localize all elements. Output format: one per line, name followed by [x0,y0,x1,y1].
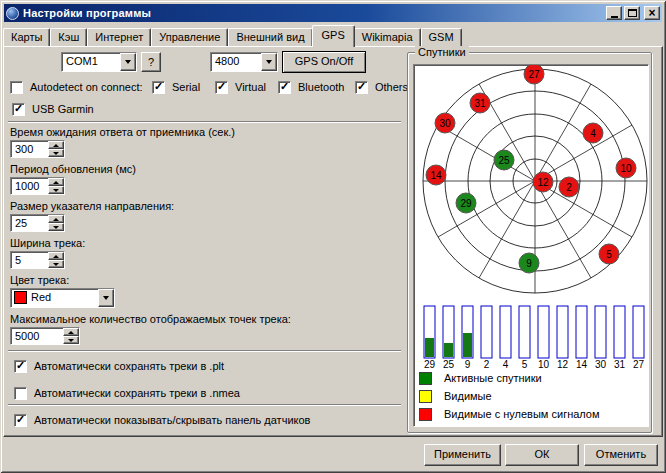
maximize-button[interactable] [624,6,640,20]
spin-up-button[interactable] [63,328,79,336]
signal-bar-27 [633,306,644,358]
pointer-size-label: Размер указателя направления: [10,200,402,213]
signal-bar-label: 27 [633,359,645,370]
satellite-id-label: 10 [620,163,632,174]
checkbox-box[interactable]: ✓ [14,414,27,427]
spin-up-button[interactable] [48,178,64,186]
checkbox-box[interactable]: ✓ [215,81,228,94]
chevron-down-icon[interactable] [261,53,277,71]
others-checkbox[interactable]: ✓ Others [355,80,408,94]
arrow-down-icon [53,263,59,266]
speed-value: 4800 [211,53,261,71]
ok-button[interactable]: ОК [505,444,579,466]
checkbox-box[interactable]: ✓ [278,81,291,94]
bluetooth-checkbox[interactable]: ✓ Bluetooth [278,80,344,94]
checkbox-label: Autodetect on connect: [30,81,143,93]
spin-down-button[interactable] [48,149,64,157]
track-color-value: Red [27,289,98,307]
checkbox-box[interactable]: ✓ [12,103,25,116]
checkbox-box[interactable] [10,81,23,94]
checkbox-label: USB Garmin [32,103,94,115]
spin-up-button[interactable] [48,252,64,260]
tab-wikimapia[interactable]: Wikimapia [354,28,421,46]
legend-swatch [419,408,432,421]
minimize-button[interactable] [606,6,622,20]
response-timeout-spinner[interactable]: 300 [10,140,65,158]
legend-row: Видимые [414,390,648,403]
signal-bar-label: 4 [503,359,509,370]
chevron-down-icon[interactable] [120,53,136,71]
serial-checkbox[interactable]: ✓ Serial [152,80,200,94]
settings-dialog: Настройки программы × КартыКэшИнтернетУп… [0,0,666,473]
com-port-select[interactable]: COM1 [61,52,137,72]
separator [8,350,401,352]
autodetect-checkbox[interactable]: Autodetect on connect: [10,80,143,94]
sensor-panel-checkbox[interactable]: ✓ Автоматически показывать/скрывать пане… [14,413,310,427]
save-nmea-checkbox[interactable]: Автоматически сохранять треки в .nmea [14,386,240,400]
checkbox-box[interactable]: ✓ [355,81,368,94]
spin-up-button[interactable] [48,215,64,223]
cancel-button[interactable]: Отменить [584,444,658,466]
spin-up-button[interactable] [48,141,64,149]
tab-интернет[interactable]: Интернет [87,28,151,46]
signal-bar-2 [481,306,492,358]
signal-bar-label: 25 [443,359,455,370]
title-bar[interactable]: Настройки программы × [4,4,662,22]
pointer-size-spinner[interactable]: 25 [10,214,65,232]
gps-fields: Время ожидания ответа от приемника (сек.… [10,126,402,350]
signal-bar-31 [614,306,625,358]
spin-down-button[interactable] [48,223,64,231]
satellite-id-label: 9 [526,258,532,269]
satellite-id-label: 2 [566,182,572,193]
legend-swatch [419,372,432,385]
checkbox-label: Bluetooth [298,81,344,93]
legend-label: Видимые [444,390,492,403]
signal-bar-label: 9 [465,359,471,370]
response-timeout-label: Время ожидания ответа от приемника (сек.… [10,126,402,139]
separator [8,404,401,406]
tab-карты[interactable]: Карты [3,28,50,46]
checkbox-box[interactable] [14,387,27,400]
save-plt-checkbox[interactable]: ✓ Автоматически сохранять треки в .plt [14,359,224,373]
satellites-group: Спутники 2731304251014122295929259245101… [407,52,652,433]
legend-swatch [419,390,432,403]
speed-select[interactable]: 4800 [210,52,278,72]
spin-down-button[interactable] [48,260,64,268]
spin-down-button[interactable] [63,336,79,344]
signal-bar-12 [557,306,568,358]
track-color-select[interactable]: Red [10,288,115,308]
apply-button[interactable]: Применить [424,444,501,466]
arrow-down-icon [53,152,59,155]
max-track-points-spinner[interactable]: 5000 [10,327,80,345]
track-width-spinner[interactable]: 5 [10,251,65,269]
close-button[interactable]: × [644,6,660,20]
chevron-down-icon[interactable] [98,289,114,307]
satellite-id-label: 14 [430,170,442,181]
tab-gsm[interactable]: GSM [421,28,462,46]
update-period-value: 1000 [11,178,48,194]
virtual-checkbox[interactable]: ✓ Virtual [215,80,266,94]
tab-внешний-вид[interactable]: Внешний вид [228,28,312,46]
arrow-down-icon [68,339,74,342]
signal-bar-4 [500,306,511,358]
arrow-up-icon [53,181,59,184]
help-button[interactable]: ? [141,52,161,72]
tab-кэш[interactable]: Кэш [50,28,87,46]
legend-label: Видимые с нулевым сигналом [444,408,600,421]
satellites-legend: Активные спутникиВидимыеВидимые с нулевы… [414,372,648,421]
satellite-id-label: 29 [460,198,472,209]
signal-bar-label: 14 [576,359,588,370]
satellite-id-label: 27 [528,69,540,80]
app-icon [6,7,19,20]
update-period-spinner[interactable]: 1000 [10,177,65,195]
tab-gps[interactable]: GPS [312,25,355,47]
checkbox-box[interactable]: ✓ [14,360,27,373]
signal-bar-14 [576,306,587,358]
usb-garmin-checkbox[interactable]: ✓ USB Garmin [12,102,94,116]
checkbox-box[interactable]: ✓ [152,81,165,94]
checkbox-label: Serial [172,81,200,93]
signal-bar-label: 29 [424,359,436,370]
tab-управление[interactable]: Управление [151,28,228,46]
spin-down-button[interactable] [48,186,64,194]
gps-on-off-button[interactable]: GPS On/Off [282,51,366,73]
